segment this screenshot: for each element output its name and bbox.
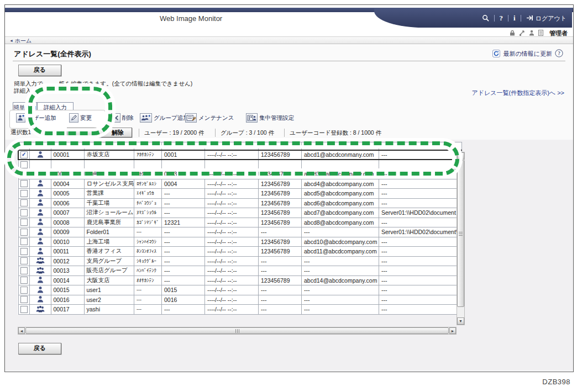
registration-number <box>51 160 84 169</box>
entry-kana: --- <box>134 295 161 305</box>
search-icon[interactable] <box>482 14 489 23</box>
row-checkbox[interactable] <box>20 219 28 226</box>
count-view-link[interactable]: アドレス一覧(件数指定表示)へ >> <box>471 89 564 97</box>
refresh-link[interactable]: 最新の情報に更新 <box>503 50 552 58</box>
folder-path: --- <box>379 276 461 285</box>
row-checkbox[interactable] <box>20 306 28 313</box>
table-row[interactable]: 00009Folder01----------/--/-- --:-------… <box>18 227 461 237</box>
description-line2: 詳細入 <box>14 87 32 95</box>
row-checkbox[interactable] <box>20 287 28 294</box>
table-row[interactable]: 00014大阪支店ｵｵｻｶｼﾃﾝ-------/--/-- --:--12345… <box>18 276 461 285</box>
add-user-button[interactable]: ーザー追加 <box>16 113 56 123</box>
row-checkbox[interactable] <box>20 209 28 216</box>
user-icon <box>37 170 44 177</box>
row-checkbox[interactable] <box>20 267 28 274</box>
breadcrumb-home-link[interactable]: ホーム <box>15 38 32 44</box>
refresh-icon[interactable] <box>492 50 500 59</box>
maintenance-button[interactable]: メンテナンス <box>185 113 234 123</box>
description-line1-right: 帳を編集できます。(全ての情報は編集できません) <box>59 80 192 88</box>
row-checkbox[interactable] <box>20 248 28 255</box>
entry-kana: ｼｬﾝﾊｲｺｳｼ <box>134 237 161 247</box>
table-row[interactable]: 00015user1---0015----/--/-- --:---------… <box>18 285 461 295</box>
row-checkbox[interactable] <box>20 238 28 245</box>
thumb-grip <box>459 232 463 236</box>
row-checkbox[interactable] <box>20 229 28 236</box>
table-row[interactable]: ✓00001赤坂支店ｱｶｻｶｼﾃﾝ0001----/--/-- --:--123… <box>18 150 461 160</box>
entry-type-icon-cell <box>29 218 51 227</box>
change-button[interactable]: 変更 <box>69 113 92 123</box>
user-code: 0001 <box>161 150 204 160</box>
row-checkbox[interactable] <box>20 199 28 206</box>
scroll-down-arrow[interactable]: ▼ <box>457 317 464 325</box>
delete-button[interactable]: 削除 <box>111 113 134 123</box>
fax-number: 123456789 <box>258 237 301 247</box>
folder-path <box>379 160 461 169</box>
central-mgmt-label: 集中管理設定 <box>259 114 294 122</box>
table-row[interactable]: 00006千葉工場ﾁﾊﾞｺｳｼﾞｮ-------/--/-- --:--1234… <box>18 198 461 208</box>
entry-kana <box>134 160 161 169</box>
top-nav-block: ? i ログアウト <box>374 8 572 28</box>
row-checkbox[interactable] <box>20 277 28 284</box>
row-checkbox-checked[interactable]: ✓ <box>20 151 28 158</box>
horizontal-scroll-thumb[interactable] <box>25 327 449 334</box>
entry-name: user2 <box>84 295 134 305</box>
back-button-top[interactable]: 戻る <box>18 65 61 76</box>
email-address: --- <box>301 285 379 295</box>
scroll-up-arrow[interactable]: ▲ <box>457 152 464 160</box>
maintenance-icon <box>185 113 197 123</box>
entry-name: yashi <box>84 305 134 315</box>
table-row[interactable] <box>18 160 461 169</box>
vertical-scroll-thumb[interactable] <box>457 160 464 307</box>
row-checkbox[interactable] <box>20 190 28 197</box>
registration-number: 00017 <box>51 305 84 315</box>
vertical-scrollbar[interactable]: ▲ ▼ <box>457 152 465 325</box>
table-row[interactable]: 00008鹿児島事業所ｶｺﾞｼﾏｼﾞｷﾞ12321----/--/-- --:-… <box>18 218 461 227</box>
row-checkbox[interactable] <box>20 257 28 264</box>
back-button-bottom[interactable]: 戻る <box>18 343 61 354</box>
registration-number: 00010 <box>51 237 84 247</box>
registration-number: 00012 <box>51 256 84 266</box>
entry-type-icon-cell <box>29 227 51 237</box>
user-icon <box>37 209 44 216</box>
entry-name: 大阪支店 <box>84 276 134 285</box>
row-checkbox[interactable] <box>20 171 28 178</box>
add-group-button[interactable]: グループ追加 <box>140 113 189 123</box>
user-code: --- <box>161 276 204 285</box>
central-mgmt-button[interactable]: 集中管理設定 <box>246 113 294 123</box>
table-row[interactable]: 00012支局グループｼｷｮｸｸﾞﾙｰ-------/--/-- --:----… <box>18 256 461 266</box>
table-row[interactable]: 00004ロサンゼルス支局ﾛｻﾝｾﾞﾙｽｼ0004----/--/-- --:-… <box>18 179 461 189</box>
folder-path: --- <box>379 266 461 276</box>
help-link[interactable]: ? <box>500 14 503 23</box>
fax-number: --- <box>258 295 301 305</box>
table-row[interactable]: 00011香港オフィスﾎﾝｺﾝｵﾌｨｽ-------/--/-- --:--12… <box>18 247 461 257</box>
table-row[interactable]: 00005営業課ｴｲｷﾞｮｳｶ-------/--/-- --:--123456… <box>18 189 461 199</box>
scroll-right-arrow[interactable]: ► <box>449 327 456 334</box>
row-checkbox[interactable] <box>20 296 28 303</box>
group-count: グループ : 3 / 100 件 <box>221 129 274 137</box>
table-row[interactable]: 00016user2---0016----/--/-- --:---------… <box>18 295 461 305</box>
table-row[interactable]: 00017yashi----------/--/-- --:----------… <box>18 305 461 315</box>
divider <box>284 129 285 137</box>
app-title: Web Image Monitor <box>160 14 222 23</box>
table-row[interactable]: 00007沼津ショールームﾇﾏｽﾞｼｮｳﾙ-------/--/-- --:--… <box>18 208 461 218</box>
deselect-button[interactable]: 解除 <box>67 128 132 137</box>
table-row[interactable]: 00013販売店グループﾊﾝﾊﾞｲﾃﾝｸ-------/--/-- --:---… <box>18 266 461 276</box>
scroll-left-arrow[interactable]: ◄ <box>18 327 25 334</box>
add-group-icon <box>140 113 152 123</box>
entry-name: 赤坂支店 <box>84 150 134 160</box>
entry-name: 企画課 <box>84 169 134 179</box>
table-row[interactable]: 00010上海工場ｼｬﾝﾊｲｺｳｼ-------/--/-- --:--1234… <box>18 237 461 247</box>
entry-type-icon-cell <box>29 179 51 189</box>
last-used-date: ----/--/-- --:-- <box>204 256 258 266</box>
info-link[interactable]: i <box>513 14 516 23</box>
row-checkbox[interactable] <box>20 180 28 187</box>
row-checkbox[interactable] <box>20 161 28 168</box>
logout-link[interactable]: ログアウト <box>536 14 566 23</box>
table-row[interactable]: 00003企画課ｷｶｸｶ0003----/--/-- --:--12345678… <box>18 169 461 179</box>
horizontal-scrollbar[interactable]: ◄ ► <box>18 327 457 335</box>
user-code: --- <box>161 227 204 237</box>
folder-path: --- <box>379 189 461 199</box>
last-used-date: ----/--/-- --:-- <box>204 179 258 189</box>
page-help-icon[interactable]: ? <box>555 49 563 59</box>
change-label: 変更 <box>80 114 92 122</box>
